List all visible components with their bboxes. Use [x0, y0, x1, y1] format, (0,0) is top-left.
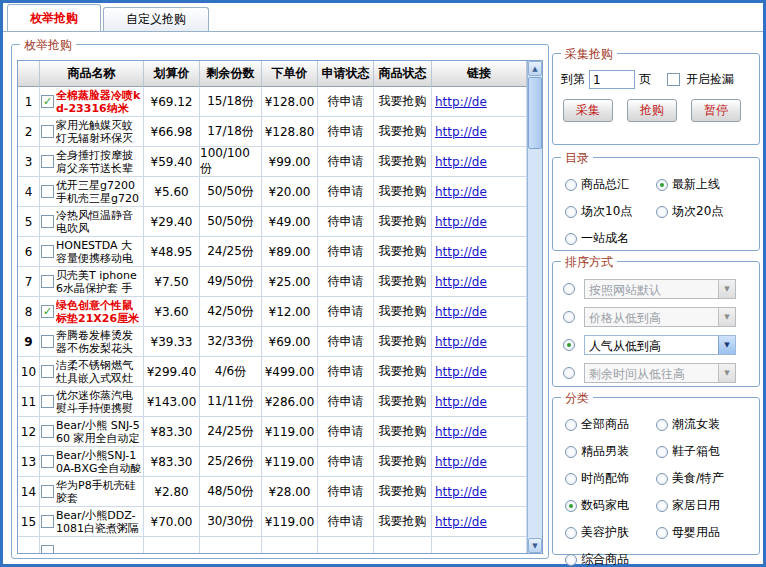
- col-header-bargain-price[interactable]: 划算价: [144, 61, 200, 87]
- product-name-cell[interactable]: Bear/小熊 SNJ-560 家用全自动定时酸...: [40, 417, 144, 447]
- row-number-cell[interactable]: 11: [18, 387, 40, 417]
- product-status-cell[interactable]: 我要抢购: [374, 327, 432, 357]
- product-status-cell[interactable]: 我要抢购: [374, 447, 432, 477]
- row-checkbox[interactable]: [41, 515, 54, 528]
- product-name-cell[interactable]: ✓绿色创意个性鼠标垫21X26厘米: [40, 297, 144, 327]
- row-number-cell[interactable]: 4: [18, 177, 40, 207]
- col-header-order-price[interactable]: 下单价: [262, 61, 318, 87]
- product-status-cell[interactable]: 我要抢购: [374, 267, 432, 297]
- scroll-down-arrow-icon[interactable]: ▼: [528, 538, 542, 553]
- row-number-cell[interactable]: 12: [18, 417, 40, 447]
- vertical-scrollbar[interactable]: ▲ ▼: [527, 61, 542, 553]
- radio-icon[interactable]: [563, 311, 575, 323]
- row-checkbox[interactable]: [41, 365, 54, 378]
- product-status-cell[interactable]: 我要抢购: [374, 387, 432, 417]
- product-name-cell[interactable]: 冷热风恒温静音电吹风: [40, 207, 144, 237]
- category-option[interactable]: 时尚配饰: [565, 470, 656, 487]
- row-checkbox[interactable]: [41, 215, 54, 228]
- row-checkbox[interactable]: ✓: [41, 305, 54, 318]
- row-number-cell[interactable]: 8: [18, 297, 40, 327]
- col-header-remaining[interactable]: 剩余份数: [200, 61, 262, 87]
- row-checkbox[interactable]: [41, 125, 54, 138]
- row-number-cell[interactable]: 10: [18, 357, 40, 387]
- row-number-cell[interactable]: 15: [18, 507, 40, 537]
- radio-icon[interactable]: [563, 367, 575, 379]
- link-cell[interactable]: http://de: [432, 387, 527, 417]
- row-checkbox[interactable]: [41, 155, 54, 168]
- page-number-input[interactable]: [589, 70, 635, 89]
- catalog-option[interactable]: 最新上线: [656, 176, 747, 193]
- product-name-cell[interactable]: 洁柔不锈钢燃气灶具嵌入式双灶天然气...: [40, 357, 144, 387]
- link-cell[interactable]: http://de: [432, 117, 527, 147]
- tab-custom-grab[interactable]: 自定义抢购: [103, 7, 209, 31]
- chevron-down-icon[interactable]: ▼: [718, 336, 735, 354]
- link-cell[interactable]: [432, 537, 527, 553]
- row-number-cell[interactable]: 2: [18, 117, 40, 147]
- catalog-option[interactable]: 商品总汇: [565, 176, 656, 193]
- product-name-cell[interactable]: Bear/小熊DDZ-1081白瓷煮粥隔水电炖盅: [40, 507, 144, 537]
- grab-button[interactable]: 抢购: [627, 99, 677, 122]
- product-status-cell[interactable]: 我要抢购: [374, 87, 432, 117]
- product-name-cell[interactable]: 全身捶打按摩披肩父亲节送长辈: [40, 147, 144, 177]
- row-number-cell[interactable]: [18, 537, 40, 553]
- product-name-cell[interactable]: 贝壳美T iphone6水晶保护套 手机套...: [40, 267, 144, 297]
- col-header-link[interactable]: 链接: [432, 61, 527, 87]
- tab-enum-grab[interactable]: 枚举抢购: [7, 4, 101, 31]
- link-cell[interactable]: http://de: [432, 147, 527, 177]
- sort-combobox[interactable]: 人气从低到高▼: [584, 335, 736, 355]
- product-status-cell[interactable]: [374, 537, 432, 553]
- catalog-option[interactable]: 场次10点: [565, 203, 656, 220]
- product-name-cell[interactable]: HONESTDA 大容量便携移动电源: [40, 237, 144, 267]
- row-number-cell[interactable]: 7: [18, 267, 40, 297]
- catalog-option[interactable]: 一站成名: [565, 230, 656, 247]
- collect-button[interactable]: 采集: [563, 99, 613, 122]
- scroll-thumb[interactable]: [528, 77, 542, 149]
- col-header-product-status[interactable]: 商品状态: [374, 61, 432, 87]
- catalog-option[interactable]: 场次20点: [656, 203, 747, 220]
- row-number-cell[interactable]: 13: [18, 447, 40, 477]
- product-status-cell[interactable]: 我要抢购: [374, 207, 432, 237]
- category-option[interactable]: 美食/特产: [656, 470, 747, 487]
- row-checkbox[interactable]: [41, 425, 54, 438]
- link-cell[interactable]: http://de: [432, 297, 527, 327]
- link-cell[interactable]: http://de: [432, 207, 527, 237]
- category-option[interactable]: 全部商品: [565, 416, 656, 433]
- row-number-cell[interactable]: 6: [18, 237, 40, 267]
- product-status-cell[interactable]: 我要抢购: [374, 177, 432, 207]
- row-checkbox[interactable]: [41, 395, 54, 408]
- product-name-cell[interactable]: [40, 537, 144, 553]
- row-number-cell[interactable]: 9: [18, 327, 40, 357]
- product-name-cell[interactable]: 家用光触媒灭蚊灯无辐射环保灭蚊神...: [40, 117, 144, 147]
- link-cell[interactable]: http://de: [432, 87, 527, 117]
- product-name-cell[interactable]: 奔腾卷发棒烫发器不伤发梨花头陶瓷...: [40, 327, 144, 357]
- row-number-cell[interactable]: 14: [18, 477, 40, 507]
- product-status-cell[interactable]: 我要抢购: [374, 417, 432, 447]
- row-number-cell[interactable]: 5: [18, 207, 40, 237]
- product-status-cell[interactable]: 我要抢购: [374, 507, 432, 537]
- link-cell[interactable]: http://de: [432, 267, 527, 297]
- link-cell[interactable]: http://de: [432, 417, 527, 447]
- radio-icon[interactable]: [563, 283, 575, 295]
- link-cell[interactable]: http://de: [432, 447, 527, 477]
- product-status-cell[interactable]: 我要抢购: [374, 237, 432, 267]
- product-status-cell[interactable]: 我要抢购: [374, 117, 432, 147]
- product-name-cell[interactable]: ✓全棉蒸脸器冷喷kd-23316纳米喷...: [40, 87, 144, 117]
- category-option[interactable]: 综合商品: [565, 551, 656, 567]
- product-name-cell[interactable]: Bear/小熊SNJ-10A-BXG全自动酸奶机: [40, 447, 144, 477]
- product-name-cell[interactable]: 华为P8手机壳硅胶套: [40, 477, 144, 507]
- category-option[interactable]: 美容护肤: [565, 524, 656, 541]
- pause-button[interactable]: 暂停: [691, 99, 741, 122]
- link-cell[interactable]: http://de: [432, 357, 527, 387]
- scroll-up-arrow-icon[interactable]: ▲: [528, 61, 542, 76]
- row-checkbox[interactable]: [41, 245, 54, 258]
- row-checkbox[interactable]: [41, 485, 54, 498]
- row-checkbox[interactable]: [41, 455, 54, 468]
- product-status-cell[interactable]: 我要抢购: [374, 477, 432, 507]
- col-header-product-name[interactable]: 商品名称: [40, 61, 144, 87]
- link-cell[interactable]: http://de: [432, 177, 527, 207]
- product-status-cell[interactable]: 我要抢购: [374, 357, 432, 387]
- radio-icon[interactable]: [563, 339, 575, 351]
- link-cell[interactable]: http://de: [432, 477, 527, 507]
- category-option[interactable]: 潮流女装: [656, 416, 747, 433]
- row-number-cell[interactable]: 1: [18, 87, 40, 117]
